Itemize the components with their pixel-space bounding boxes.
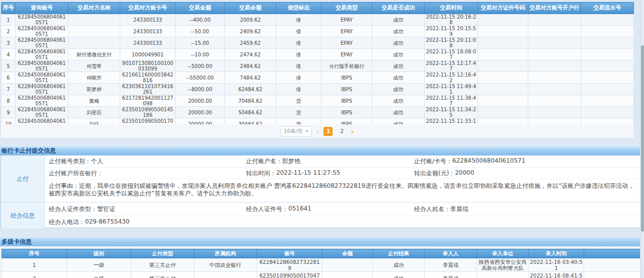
field-handler-id-number: 经办人证件号： 051641 — [246, 205, 414, 214]
table-cell — [581, 72, 634, 84]
table-cell: 第三方止付 — [131, 258, 194, 272]
table-cell: 2022-11-15 11:38:47 — [425, 95, 478, 107]
page-size-label: 10条/页 — [284, 128, 303, 135]
table-row: 86228450068040610571黄梅621728194200112709… — [2, 95, 634, 107]
table-cell: 成功 — [372, 95, 425, 107]
prev-page-button[interactable]: ‹ — [316, 127, 319, 135]
table-cell: 借 — [276, 84, 321, 95]
next-page-button[interactable]: › — [351, 127, 354, 135]
table-cell: 2022-11-15 12:16:42 — [425, 72, 478, 84]
table-cell — [528, 60, 581, 72]
table-cell: 成功 — [372, 37, 425, 49]
table-cell: 6228450068040610571 — [16, 95, 68, 107]
column-header: 录入时间 — [529, 249, 584, 258]
field-label: 经办人证件类型： — [49, 205, 97, 214]
field-label: 经办人电话： — [49, 218, 85, 227]
page-2-button[interactable]: 2 — [337, 127, 346, 136]
table-cell: 成功 — [372, 107, 425, 118]
column-header: 交易流水号 — [581, 3, 634, 14]
table-cell: --55000.00 — [176, 72, 225, 84]
table-cell: 2022-11-15 11:49:41 — [425, 84, 478, 95]
table-cell — [581, 84, 634, 95]
table-cell: 6235010990500170473 — [257, 272, 323, 278]
table-cell: 2459.62 — [225, 37, 276, 49]
handler-info-group: 经办信息 经办人证件类型： 警官证 经办人证件号： 051641 经办人姓名： … — [1, 202, 643, 229]
column-header: 录入人 — [425, 249, 477, 258]
table-cell: 243300133 — [120, 37, 176, 49]
table-cell — [477, 272, 529, 278]
table-cell: 何晓芳 — [68, 72, 120, 84]
column-header: 借贷标志 — [276, 3, 321, 14]
column-header: 交易余额 — [225, 3, 276, 14]
table-cell: 李晨琨 — [425, 272, 477, 278]
table-cell: --15.00 — [176, 37, 225, 49]
table-cell: 6217281942001127098 — [120, 95, 176, 107]
table-cell: 62484.62 — [225, 84, 276, 95]
field-label: 止付账/卡号： — [414, 157, 452, 166]
column-header: 交易对方证件号码 — [478, 3, 528, 14]
table-cell — [528, 26, 581, 37]
field-handler-name: 经办人姓名： 李晨琨 — [414, 205, 643, 214]
field-account-name: 止付账户名： 郭梦艳 — [246, 157, 414, 166]
table-cell — [478, 60, 528, 72]
table-cell — [528, 14, 581, 26]
column-header: 查询账号 — [16, 3, 68, 14]
table-cell: 2022-11-15 20:16:28 — [425, 14, 478, 26]
table-cell: 6228450068040610571 — [16, 14, 68, 26]
stop-payment-section-title: 银行卡止付提交信息 — [0, 146, 644, 155]
field-label: 止付账号类别： — [49, 157, 91, 166]
table-cell — [478, 107, 528, 118]
table-cell: 8 — [2, 95, 16, 107]
column-header: 所属机构 — [194, 249, 257, 258]
column-header: 交易时间 — [425, 3, 478, 14]
page-1-button[interactable]: 1 — [324, 127, 333, 136]
table-cell: 成功 — [372, 49, 425, 60]
table-cell — [528, 84, 581, 95]
table-cell: 4 — [2, 49, 16, 60]
table-cell — [581, 60, 634, 72]
table-cell — [528, 72, 581, 84]
table-cell: EPAY — [321, 14, 372, 26]
table-cell — [478, 49, 528, 60]
table-cell: 成功 — [373, 272, 425, 278]
field-value: 20000 — [455, 169, 474, 178]
table-cell: 2022-11-16 03:40:51 — [529, 258, 584, 272]
table-cell: 9010713080100100033099 — [120, 60, 176, 72]
multi-card-table: 序号级别止付类型所属机构账号余额止付结果录入人录入单位录入时间1一级第三方止付中… — [2, 249, 642, 278]
table-cell: 郭梦婷 — [68, 84, 120, 95]
scrollbar-thumb[interactable] — [641, 45, 644, 232]
table-cell — [581, 95, 634, 107]
page-size-select[interactable]: 10条/页 — [281, 126, 312, 136]
table-cell: 2022-11-15 12:17:47 — [425, 60, 478, 72]
table-cell: 借 — [276, 14, 321, 26]
pagination: 10条/页 ‹ 1 2 › — [1, 124, 633, 138]
table-cell — [478, 14, 528, 26]
vertical-scrollbar[interactable] — [640, 0, 644, 278]
stop-payment-info-box: 止付 止付账号类别： 个人 止付账户名： 郭梦艳 止付账/卡号： 6228450… — [1, 155, 643, 228]
table-cell: 2 — [2, 26, 16, 37]
stop-payment-reason: 止付事由：近期，我单位在接报刘妮被骗警情中，发现涉案人员利用贵单位相关账户 曹鸿… — [45, 179, 643, 202]
table-cell: 借 — [276, 49, 321, 60]
table-cell: 贷 — [276, 107, 321, 118]
field-transfer-amount: 转出金额(元)： 20000 — [414, 169, 643, 178]
table-cell: --5000.00 — [176, 60, 225, 72]
table-cell: 第三方止付 — [131, 272, 194, 278]
field-value: 警官证 — [97, 205, 115, 214]
column-header: 序号 — [2, 3, 16, 14]
table-cell: 6228450068040610571 — [16, 107, 68, 118]
table-row: 1一级第三方止付中国农业银行6228412860827322819成功李晨琨陕西… — [2, 258, 642, 272]
table-cell: IBPS — [321, 107, 372, 118]
column-header: 余额 — [323, 249, 373, 258]
table-cell — [528, 37, 581, 49]
table-cell: 刘星臣 — [68, 107, 120, 118]
field-row: 经办人证件类型： 警官证 经办人证件号： 051641 经办人姓名： 李晨琨 — [45, 202, 643, 216]
table-cell: 6228450068040610571 — [16, 72, 68, 84]
column-header: 交易对方账卡号 — [120, 3, 176, 14]
transactions-table: 序号查询账号交易对方名称交易对方账卡号交易金额交易余额借贷标志交易类型交易是否成… — [1, 2, 634, 130]
table-cell: 7 — [2, 84, 16, 95]
table-cell: 借 — [276, 26, 321, 37]
table-cell: 6228450068040610571 — [16, 60, 68, 72]
table-row: 76228450068040610571郭梦婷62303611010734162… — [2, 84, 634, 95]
field-label: 转出时间： — [246, 169, 276, 178]
table-cell: 成功 — [373, 258, 425, 272]
